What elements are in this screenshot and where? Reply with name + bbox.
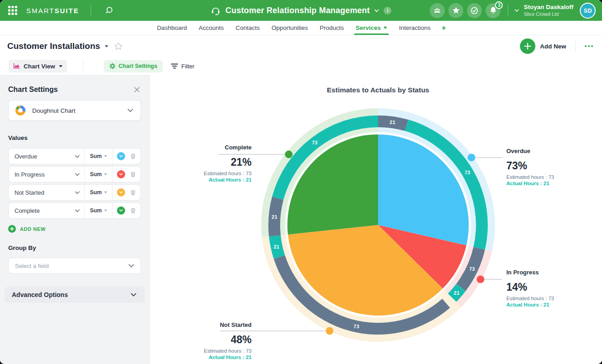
trash-icon	[130, 189, 136, 196]
caret-down-icon	[104, 155, 107, 157]
brand-logo[interactable]: SMARTSUITE	[26, 7, 79, 14]
title-caret-icon[interactable]	[105, 45, 108, 48]
aggregation-label: Sum	[90, 189, 102, 196]
aggregation-select[interactable]: Sum	[85, 203, 112, 218]
filter-button[interactable]: Filter	[171, 63, 194, 70]
aggregation-select[interactable]: Sum	[85, 167, 112, 182]
close-icon	[134, 86, 140, 93]
delete-value-button[interactable]	[130, 153, 136, 160]
doughnut-chart-icon	[15, 105, 26, 116]
chart-view-selector[interactable]: Chart View	[9, 60, 67, 72]
info-icon[interactable]: i	[384, 7, 392, 14]
app-grid-icon[interactable]	[6, 4, 19, 17]
tab-products[interactable]: Products	[319, 21, 345, 35]
header-divider	[508, 4, 508, 17]
group-by-select[interactable]: Select a field	[8, 258, 141, 274]
aggregation-select[interactable]: Sum	[85, 185, 112, 200]
callout-estimated: Estimated hours : 73	[506, 174, 583, 180]
aggregation-select[interactable]: Sum	[85, 148, 112, 164]
advanced-options-toggle[interactable]: Advanced Options	[5, 287, 145, 303]
chart-type-select[interactable]: Doughnut Chart	[8, 100, 141, 121]
caret-down-icon	[104, 173, 107, 175]
trash-icon	[130, 171, 136, 178]
tab-label: Contacts	[236, 24, 260, 31]
tab-label: Interactions	[399, 24, 431, 31]
delete-value-button[interactable]	[130, 207, 136, 214]
add-new-button[interactable]	[520, 38, 535, 54]
delete-value-button[interactable]	[130, 189, 136, 196]
star-outline-icon	[114, 42, 123, 51]
grid-icon-glyph	[7, 5, 18, 16]
add-new-label[interactable]: Add New	[540, 43, 566, 50]
tab-label: Accounts	[199, 24, 224, 31]
search-button[interactable]	[105, 6, 114, 15]
chevron-down-icon	[119, 209, 123, 212]
chart-settings-panel: Chart Settings Doughnut Chart Values Ove…	[0, 75, 150, 364]
field-label: In Progress	[15, 171, 44, 178]
solution-tab-bar: DashboardAccountsContactsOpportunitiesPr…	[0, 21, 602, 35]
more-options-button[interactable]	[584, 43, 594, 49]
panel-title: Chart Settings	[8, 86, 58, 94]
callout-name: Not Started	[175, 321, 252, 328]
header-left: SMARTSUITE	[6, 4, 114, 17]
tab-opportunities[interactable]: Opportunities	[271, 21, 309, 35]
callout-name: In Progress	[506, 269, 583, 276]
chart-type-label: Doughnut Chart	[32, 107, 75, 114]
members-button[interactable]	[430, 3, 445, 18]
avatar[interactable]: SD	[580, 3, 596, 19]
color-picker[interactable]	[117, 206, 125, 215]
callout-overdue: Overdue 73% Estimated hours : 73 Actual …	[506, 148, 583, 186]
callout-in-progress: In Progress 14% Estimated hours : 73 Act…	[506, 269, 583, 307]
tab-contacts[interactable]: Contacts	[235, 21, 261, 35]
group-by-label: Group By	[8, 244, 141, 251]
color-picker[interactable]	[117, 170, 125, 178]
add-value-button[interactable]: ADD NEW	[8, 225, 141, 233]
user-menu[interactable]: Stoyan Daskaloff Slice Crowd Ltd SD	[515, 3, 596, 19]
callout-percent: 14%	[506, 281, 583, 293]
trash-icon	[130, 207, 136, 214]
tab-label: Opportunities	[272, 24, 308, 31]
favorites-button[interactable]	[448, 3, 463, 18]
notifications-button[interactable]: 3	[485, 3, 500, 18]
field-select[interactable]: Not Started	[9, 185, 85, 200]
workspace-switcher[interactable]: Customer Relationship Management i	[210, 5, 391, 16]
divider	[575, 40, 576, 53]
aggregation-label: Sum	[90, 153, 102, 159]
field-select[interactable]: Overdue	[9, 148, 85, 164]
close-panel-button[interactable]	[133, 86, 141, 94]
star-icon	[452, 6, 460, 14]
chevron-down-icon	[127, 109, 133, 112]
tab-dashboard[interactable]: Dashboard	[156, 21, 188, 35]
callout-estimated: Estimated hours : 73	[175, 171, 252, 176]
chart-settings-button[interactable]: Chart Settings	[104, 60, 163, 72]
add-tab-button[interactable]: +	[442, 21, 446, 35]
ring-value-label: 73	[465, 170, 471, 175]
value-rows: Overdue Sum In Progress Sum	[8, 148, 141, 219]
tab-services[interactable]: Services	[355, 21, 388, 35]
callout-actual: Actual Hours : 21	[175, 354, 252, 360]
chevron-down-icon	[75, 209, 80, 212]
pie	[287, 134, 469, 316]
favorite-star-button[interactable]	[114, 42, 123, 51]
values-section-label: Values	[8, 134, 141, 141]
divider	[83, 60, 83, 72]
tab-accounts[interactable]: Accounts	[198, 21, 225, 35]
user-company: Slice Crowd Ltd	[524, 12, 573, 17]
chevron-down-icon	[59, 65, 63, 67]
user-info: Stoyan Daskaloff Slice Crowd Ltd	[524, 4, 573, 17]
chart-view-label: Chart View	[24, 63, 55, 70]
ring-value-label: 21	[454, 290, 460, 296]
value-row-overdue: Overdue Sum	[8, 148, 141, 164]
color-picker[interactable]	[117, 152, 125, 160]
checked-tasks-button[interactable]	[467, 3, 482, 18]
callout-complete: Complete 21% Estimated hours : 73 Actual…	[175, 144, 252, 182]
aggregation-label: Sum	[90, 171, 102, 177]
tab-label: Services	[356, 24, 381, 31]
tab-label: Dashboard	[157, 24, 187, 31]
color-picker[interactable]	[117, 188, 125, 196]
field-label: Complete	[15, 207, 40, 214]
field-select[interactable]: Complete	[9, 203, 85, 218]
delete-value-button[interactable]	[130, 171, 136, 178]
tab-interactions[interactable]: Interactions	[398, 21, 432, 35]
field-select[interactable]: In Progress	[9, 167, 85, 182]
